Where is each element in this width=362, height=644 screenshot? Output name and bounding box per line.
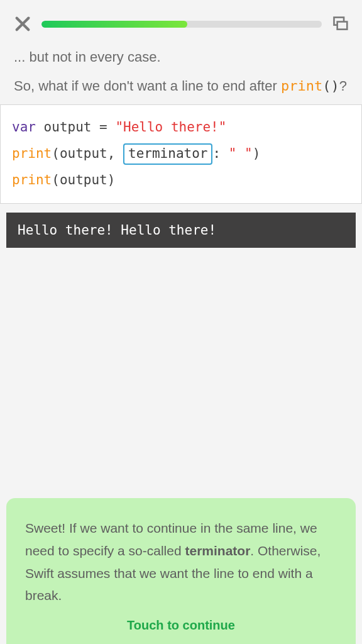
fill-blank-answer[interactable]: terminator — [123, 143, 212, 164]
code-func: print — [12, 172, 52, 187]
code-keyword: var — [12, 119, 36, 135]
lesson-text: ... but not in every case. So, what if w… — [0, 43, 362, 97]
lesson-line-1: ... but not in every case. — [14, 47, 348, 68]
feedback-card: Sweet! If we want to continue in the sam… — [6, 498, 356, 644]
top-bar — [0, 0, 362, 43]
code-string: "Hello there!" — [115, 119, 226, 135]
svg-rect-3 — [337, 22, 348, 30]
progress-fill — [41, 21, 187, 28]
report-icon[interactable] — [331, 14, 349, 33]
feedback-message: Sweet! If we want to continue in the sam… — [25, 517, 337, 607]
code-ident: output — [44, 119, 92, 135]
code-func: print — [12, 146, 52, 161]
code-string: " " — [229, 146, 253, 161]
close-icon[interactable] — [13, 14, 33, 34]
inline-code-print: print — [281, 78, 322, 94]
code-editor: var output = "Hello there!" print(output… — [0, 104, 362, 204]
continue-button[interactable]: Touch to continue — [25, 618, 337, 633]
console-output: Hello there! Hello there! — [6, 213, 356, 248]
progress-bar — [41, 21, 322, 28]
lesson-line-2: So, what if we don't want a line to end … — [14, 75, 348, 97]
